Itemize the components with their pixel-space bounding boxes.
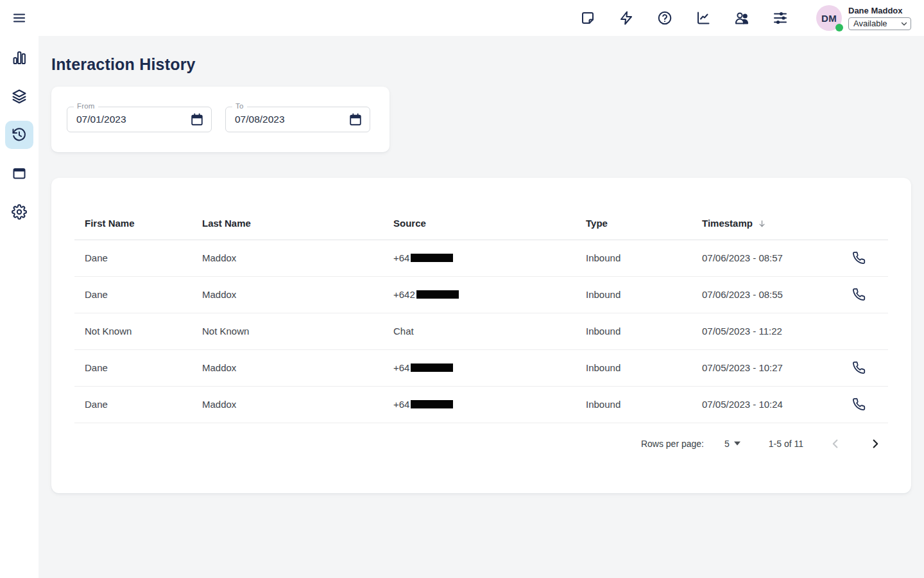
date-filter-card: From 07/01/2023 To 07/08/2023 xyxy=(51,87,389,152)
gear-icon xyxy=(12,204,27,220)
phone-icon xyxy=(852,398,866,411)
preferences-button[interactable] xyxy=(773,10,788,26)
help-button[interactable] xyxy=(657,10,672,26)
source-redaction xyxy=(411,400,453,408)
user-info: Dane Maddox Available xyxy=(848,6,911,30)
calendar-icon xyxy=(190,112,204,127)
user-name: Dane Maddox xyxy=(848,6,911,15)
performance-button[interactable] xyxy=(696,10,711,26)
sidebar-item-interaction-history[interactable] xyxy=(5,121,33,149)
lightning-icon xyxy=(619,10,634,26)
sliders-icon xyxy=(773,10,788,26)
source-text: +642 xyxy=(393,289,415,300)
cell-last-name: Maddox xyxy=(202,252,236,263)
previous-page-button[interactable] xyxy=(828,436,843,451)
sort-desc-icon xyxy=(757,219,767,229)
topbar-icons xyxy=(580,10,788,26)
cell-timestamp: 07/05/2023 - 10:24 xyxy=(702,399,783,410)
rows-per-page-label: Rows per page: xyxy=(641,439,704,449)
cell-type: Inbound xyxy=(586,289,620,300)
people-icon xyxy=(734,10,749,26)
from-date-label: From xyxy=(74,102,98,110)
help-icon xyxy=(657,10,672,26)
cell-type: Inbound xyxy=(586,399,620,410)
source-redaction xyxy=(411,363,453,372)
table-row[interactable]: Dane Maddox +64 Inbound 07/06/2023 - 08:… xyxy=(74,240,888,276)
cell-first-name: Not Known xyxy=(85,326,132,337)
quick-actions-button[interactable] xyxy=(619,10,634,26)
cell-last-name: Not Known xyxy=(202,326,249,337)
cell-first-name: Dane xyxy=(85,252,108,263)
source-text: +64 xyxy=(393,252,409,263)
table-row[interactable]: Dane Maddox +642 Inbound 07/06/2023 - 08… xyxy=(74,276,888,313)
cell-source: Chat xyxy=(393,326,414,337)
cell-timestamp: 07/06/2023 - 08:55 xyxy=(702,289,783,300)
cell-source: +642 xyxy=(393,289,459,300)
call-back-button[interactable] xyxy=(852,398,866,411)
column-header-source[interactable]: Source xyxy=(383,207,576,240)
column-header-timestamp[interactable]: Timestamp xyxy=(692,207,830,240)
user-avatar[interactable]: DM xyxy=(816,5,842,31)
sidebar xyxy=(0,0,38,578)
from-date-field[interactable]: From 07/01/2023 xyxy=(67,107,212,132)
phone-icon xyxy=(852,361,866,374)
cell-first-name: Dane xyxy=(85,289,108,300)
next-page-button[interactable] xyxy=(868,436,883,451)
to-date-label: To xyxy=(232,102,247,110)
call-back-button[interactable] xyxy=(852,251,866,265)
to-date-field[interactable]: To 07/08/2023 xyxy=(225,107,370,132)
interactions-table: First Name Last Name Source Type Timesta… xyxy=(74,207,888,423)
sidebar-item-analytics[interactable] xyxy=(5,44,33,72)
call-back-button[interactable] xyxy=(852,288,866,301)
pagination-range: 1-5 of 11 xyxy=(769,439,803,449)
availability-select[interactable]: Available xyxy=(848,17,911,30)
sidebar-item-workspace[interactable] xyxy=(5,159,33,188)
cell-source: +64 xyxy=(393,252,453,263)
cell-first-name: Dane xyxy=(85,362,108,373)
rows-per-page-select[interactable]: 5 xyxy=(721,438,744,450)
cell-timestamp: 07/05/2023 - 10:27 xyxy=(702,362,783,373)
sidebar-nav xyxy=(5,44,33,226)
cell-timestamp: 07/06/2023 - 08:57 xyxy=(702,252,783,263)
phone-icon xyxy=(852,288,866,301)
to-date-picker-button[interactable] xyxy=(348,112,363,127)
page-title: Interaction History xyxy=(51,55,911,74)
window-icon xyxy=(12,166,27,181)
source-redaction xyxy=(416,290,459,299)
source-text: +64 xyxy=(393,362,409,373)
notes-button[interactable] xyxy=(580,10,595,26)
from-date-picker-button[interactable] xyxy=(190,112,204,127)
table-row[interactable]: Dane Maddox +64 Inbound 07/05/2023 - 10:… xyxy=(74,386,888,423)
table-row[interactable]: Not Known Not Known Chat Inbound 07/05/2… xyxy=(74,313,888,349)
note-icon xyxy=(580,10,595,26)
rows-per-page-value: 5 xyxy=(724,439,730,449)
cell-last-name: Maddox xyxy=(202,289,236,300)
column-header-type[interactable]: Type xyxy=(576,207,692,240)
calendar-icon xyxy=(348,112,363,127)
topbar: DM Dane Maddox Available xyxy=(38,0,924,36)
hamburger-icon xyxy=(12,10,27,26)
sidebar-item-queues[interactable] xyxy=(5,82,33,110)
column-header-last-name[interactable]: Last Name xyxy=(192,207,383,240)
cell-last-name: Maddox xyxy=(202,362,236,373)
cell-type: Inbound xyxy=(586,326,620,337)
from-date-value: 07/01/2023 xyxy=(76,114,126,125)
caret-down-icon xyxy=(734,441,740,446)
call-back-button[interactable] xyxy=(852,361,866,374)
cell-type: Inbound xyxy=(586,362,620,373)
contacts-button[interactable] xyxy=(734,10,749,26)
cell-source: +64 xyxy=(393,362,453,373)
phone-icon xyxy=(852,251,866,265)
column-header-first-name[interactable]: First Name xyxy=(74,207,192,240)
line-chart-icon xyxy=(696,10,711,26)
table-row[interactable]: Dane Maddox +64 Inbound 07/05/2023 - 10:… xyxy=(74,349,888,386)
sidebar-item-settings[interactable] xyxy=(5,198,33,226)
hamburger-menu-button[interactable] xyxy=(12,10,27,26)
to-date-value: 07/08/2023 xyxy=(235,114,285,125)
cell-first-name: Dane xyxy=(85,399,108,410)
cell-type: Inbound xyxy=(586,252,620,263)
history-icon xyxy=(12,127,27,143)
main-content: Interaction History From 07/01/2023 To 0… xyxy=(38,36,924,578)
source-text: Chat xyxy=(393,326,414,337)
source-text: +64 xyxy=(393,399,409,410)
